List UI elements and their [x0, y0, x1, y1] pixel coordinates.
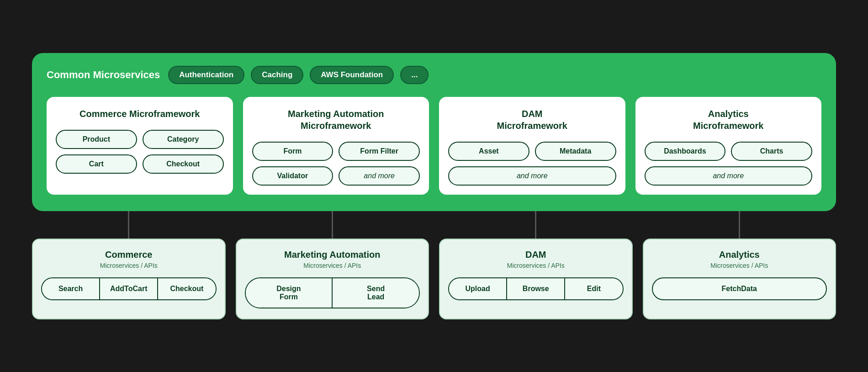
pill-dashboards: Dashboards	[645, 142, 726, 161]
pill-form: Form	[252, 142, 333, 161]
cms-badges: Authentication Caching AWS Foundation ..…	[168, 66, 429, 84]
pill-product: Product	[56, 130, 137, 149]
pill-checkout: Checkout	[143, 154, 224, 174]
marketing-pills-grid: Form Form Filter Validator and more	[252, 142, 420, 186]
marketing-framework-box: Marketing AutomationMicroframework Form …	[243, 97, 429, 195]
commerce-service-box: Commerce Microservices / APIs Search Add…	[32, 239, 226, 319]
dam-service-title: DAM	[448, 250, 624, 260]
commerce-pills-grid: Product Category Cart Checkout	[56, 130, 224, 174]
dam-service-box: DAM Microservices / APIs Upload Browse E…	[439, 239, 633, 319]
dam-service-subtitle: Microservices / APIs	[448, 262, 624, 269]
connectors-row	[32, 211, 836, 239]
connector-commerce	[32, 211, 226, 239]
analytics-pills-grid: Dashboards Charts and more	[645, 142, 813, 186]
service-pill-upload: Upload	[449, 278, 507, 299]
pill-charts: Charts	[731, 142, 812, 161]
badge-authentication[interactable]: Authentication	[168, 66, 244, 84]
connector-dam	[439, 211, 633, 239]
analytics-service-subtitle: Microservices / APIs	[652, 262, 827, 269]
commerce-framework-title: Commerce Microframework	[56, 108, 224, 120]
service-pill-addtocart: AddToCart	[100, 278, 158, 299]
commerce-service-title: Commerce	[41, 250, 217, 260]
pill-category: Category	[143, 130, 224, 149]
marketing-service-title: Marketing Automation	[245, 250, 420, 260]
commerce-service-subtitle: Microservices / APIs	[41, 262, 217, 269]
connector-analytics	[643, 211, 836, 239]
service-pill-edit: Edit	[565, 278, 622, 299]
service-pill-fetchdata: FetchData	[652, 277, 827, 300]
pill-and-more-dam: and more	[448, 166, 616, 186]
badge-aws-foundation[interactable]: AWS Foundation	[310, 66, 394, 84]
common-microservices-section: Common Microservices Authentication Cach…	[32, 53, 836, 211]
services-row: Commerce Microservices / APIs Search Add…	[32, 239, 836, 319]
pill-form-filter: Form Filter	[339, 142, 420, 161]
marketing-framework-title: Marketing AutomationMicroframework	[252, 108, 420, 132]
analytics-service-title: Analytics	[652, 250, 827, 260]
commerce-framework-box: Commerce Microframework Product Category…	[47, 97, 233, 195]
pill-and-more-analytics: and more	[645, 166, 813, 186]
marketing-service-box: Marketing Automation Microservices / API…	[236, 239, 429, 319]
pill-and-more-marketing: and more	[339, 166, 420, 186]
badge-more[interactable]: ...	[400, 66, 429, 84]
badge-caching[interactable]: Caching	[251, 66, 303, 84]
service-pill-browse: Browse	[507, 278, 565, 299]
pill-metadata: Metadata	[535, 142, 616, 161]
analytics-service-box: Analytics Microservices / APIs FetchData	[643, 239, 836, 319]
service-pill-design-form: DesignForm	[246, 278, 333, 308]
pill-cart: Cart	[56, 154, 137, 174]
marketing-service-subtitle: Microservices / APIs	[245, 262, 420, 269]
diagram-container: Common Microservices Authentication Cach…	[18, 39, 850, 333]
cms-title: Common Microservices	[47, 69, 160, 81]
service-pill-search: Search	[42, 278, 100, 299]
dam-framework-title: DAMMicroframework	[448, 108, 616, 132]
commerce-service-pills: Search AddToCart Checkout	[41, 277, 217, 300]
pill-asset: Asset	[448, 142, 529, 161]
dam-framework-box: DAMMicroframework Asset Metadata and mor…	[439, 97, 625, 195]
connector-marketing	[236, 211, 429, 239]
service-pill-send-lead: SendLead	[333, 278, 419, 308]
service-pill-checkout: Checkout	[158, 278, 215, 299]
frameworks-row: Commerce Microframework Product Category…	[47, 97, 821, 195]
marketing-service-pills: DesignForm SendLead	[245, 277, 420, 308]
cms-header: Common Microservices Authentication Cach…	[47, 66, 821, 84]
pill-validator: Validator	[252, 166, 333, 186]
dam-pills-grid: Asset Metadata and more	[448, 142, 616, 186]
analytics-framework-title: AnalyticsMicroframework	[645, 108, 813, 132]
analytics-framework-box: AnalyticsMicroframework Dashboards Chart…	[635, 97, 822, 195]
dam-service-pills: Upload Browse Edit	[448, 277, 624, 300]
